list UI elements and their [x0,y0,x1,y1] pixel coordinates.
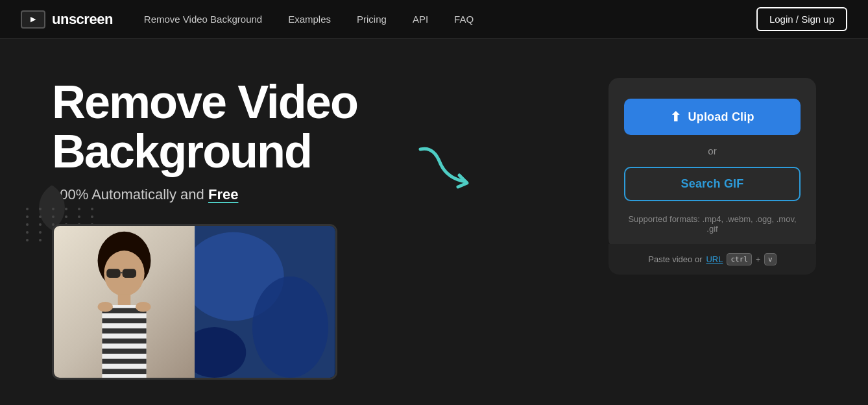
arrow-decoration [414,143,479,197]
svg-rect-2 [106,269,120,278]
nav-api[interactable]: API [413,14,428,25]
upload-panel: ⬆ Upload Clip or Search GIF Supported fo… [609,78,816,249]
nav-faq[interactable]: FAQ [454,14,474,25]
nav-actions: Login / Sign up [756,7,847,31]
upload-clip-button[interactable]: ⬆ Upload Clip [624,99,801,135]
svg-rect-13 [102,369,146,374]
paste-area: Paste video or URL ctrl + v [609,244,816,275]
left-side: Remove Video Background 100% Automatical… [52,78,583,380]
video-inner [54,226,335,378]
svg-rect-12 [102,359,146,364]
paste-url-link[interactable]: URL [706,254,723,264]
hero-title: Remove Video Background [52,78,583,176]
video-right-half [195,226,335,378]
logo-text: unscreen [52,11,113,28]
svg-point-18 [252,276,328,378]
supported-formats: Supported formats: .mp4, .webm, .ogg, .m… [624,214,801,234]
upload-icon: ⬆ [670,109,681,125]
or-divider: or [708,145,716,156]
nav-pricing[interactable]: Pricing [357,14,387,25]
main-content: Remove Video Background 100% Automatical… [0,39,868,405]
login-button[interactable]: Login / Sign up [756,7,847,31]
nav-examples[interactable]: Examples [288,14,331,25]
svg-rect-8 [102,319,146,324]
right-side: ⬆ Upload Clip or Search GIF Supported fo… [609,78,816,275]
nav-links: Remove Video Background Examples Pricing… [144,14,756,25]
svg-rect-10 [102,339,146,344]
search-gif-button[interactable]: Search GIF [624,167,801,201]
hero-subtitle: 100% Automatically and Free [52,186,583,203]
svg-point-15 [136,302,151,312]
svg-rect-11 [102,349,146,354]
svg-rect-9 [102,328,146,334]
navbar: unscreen Remove Video Background Example… [0,0,868,39]
logo[interactable]: unscreen [21,10,113,29]
paste-prefix: Paste video or [648,254,702,264]
plus-sign: + [756,255,760,264]
video-left-half [54,226,195,378]
nav-remove-video-bg[interactable]: Remove Video Background [144,14,262,25]
v-key: v [764,253,777,265]
logo-icon [21,10,45,29]
svg-point-14 [98,302,113,312]
ctrl-key: ctrl [727,253,752,265]
svg-rect-3 [123,269,136,278]
video-preview [52,224,337,380]
